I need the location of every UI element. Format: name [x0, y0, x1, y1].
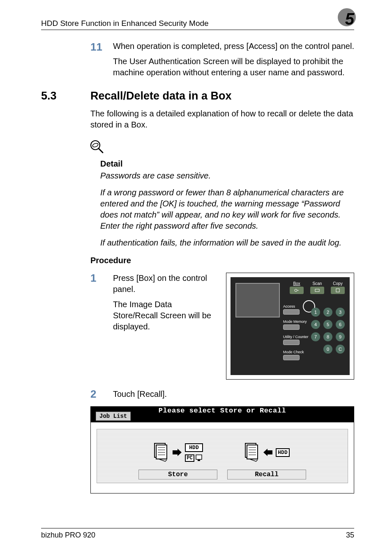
step-line: When operation is completed, press [Acce… [113, 41, 354, 52]
mode-check-group: Mode Check [283, 350, 309, 360]
detail-paragraph: If a wrong password or fewer than 8 alph… [100, 187, 354, 232]
touchscreen-header: Job List Please select Store or Recall [91, 407, 354, 422]
svg-rect-14 [196, 455, 202, 459]
panel-screen [235, 283, 280, 317]
copy-icon [331, 287, 345, 294]
content-area: 11 When operation is completed, press [A… [90, 41, 354, 493]
recall-option[interactable]: HDD Recall [227, 437, 306, 480]
step-number: 1 [90, 273, 113, 380]
footer-model: bizhub PRO 920 [41, 531, 95, 540]
magnifier-icon [89, 139, 354, 157]
step-text: When operation is completed, press [Acce… [113, 41, 354, 78]
detail-heading: Detail [100, 159, 354, 169]
step-number: 11 [90, 41, 113, 78]
step-line: The User Authentication Screen will be d… [113, 56, 354, 78]
step-subtext: The Image Data Store/Recall Screen will … [113, 299, 217, 332]
step-text: Touch [Recall]. [113, 389, 167, 400]
arrow-left-icon [263, 449, 272, 456]
keypad-key[interactable]: 4 [311, 320, 320, 329]
tab-label: Copy [333, 281, 342, 286]
svg-point-3 [295, 289, 297, 292]
panel-labels: Access Mode Memory Utility / Counter [283, 304, 309, 365]
svg-line-2 [99, 148, 103, 153]
tab-copy[interactable]: Copy [331, 281, 345, 294]
utility-counter-group: Utility / Counter [283, 335, 309, 345]
step-11: 11 When operation is completed, press [A… [90, 41, 354, 78]
scan-icon [310, 287, 324, 294]
manual-page: HDD Store Function in Enhanced Security … [0, 0, 392, 556]
mode-memory-label: Mode Memory [283, 320, 307, 324]
recall-button-label: Recall [227, 470, 306, 480]
panel-tabs: Box Scan Copy [286, 281, 345, 294]
header-title: HDD Store Function in Enhanced Security … [41, 19, 209, 28]
svg-rect-15 [198, 460, 200, 461]
tab-box[interactable]: Box [290, 281, 304, 294]
detail-block: Detail Passwords are case sensitive. If … [100, 159, 354, 248]
keypad-key[interactable]: 1 [311, 308, 320, 317]
keypad-key[interactable]: 6 [336, 320, 345, 329]
keypad-key[interactable]: 8 [323, 332, 332, 341]
svg-marker-22 [263, 449, 272, 456]
svg-rect-6 [336, 289, 339, 292]
page-footer: bizhub PRO 920 35 [41, 528, 354, 540]
tab-label: Scan [313, 281, 322, 286]
svg-rect-8 [156, 445, 167, 459]
footer-page-number: 35 [346, 531, 354, 540]
keypad-key[interactable]: 0 [323, 345, 332, 354]
access-label: Access [283, 304, 295, 308]
keypad-key[interactable]: 9 [336, 332, 345, 341]
utility-counter-button[interactable] [283, 340, 300, 345]
chapter-number: 5 [345, 10, 354, 28]
step-text: Press [Box] on the control panel. [113, 273, 217, 295]
chapter-badge: 5 [339, 12, 354, 28]
svg-rect-5 [315, 289, 319, 292]
keypad-key[interactable]: 5 [323, 320, 332, 329]
section-title: Recall/Delete data in a Box [90, 90, 232, 102]
hdd-label: HDD [276, 448, 289, 457]
touchscreen-title: Please select Store or Recall [159, 407, 286, 415]
access-button-group: Access [283, 304, 309, 315]
svg-rect-17 [247, 445, 258, 459]
procedure-heading: Procedure [90, 256, 354, 265]
section-number: 5.3 [41, 90, 90, 102]
numeric-keypad: 1 2 3 4 5 6 7 8 9 0 C [311, 308, 345, 354]
mode-check-label: Mode Check [283, 350, 304, 354]
pc-label: PC [185, 454, 194, 462]
box-icon [290, 287, 304, 294]
store-option[interactable]: HDD PC Store [138, 437, 217, 480]
section-intro: The following is a detailed explanation … [90, 108, 354, 130]
detail-paragraph: If authentication fails, the information… [100, 237, 354, 248]
section-heading: 5.3 Recall/Delete data in a Box [41, 90, 354, 102]
svg-marker-13 [173, 449, 182, 456]
page-header: HDD Store Function in Enhanced Security … [41, 12, 354, 30]
recall-icon: HDD [227, 437, 306, 468]
mode-check-button[interactable] [283, 355, 300, 360]
utility-counter-label: Utility / Counter [283, 335, 309, 339]
store-button-label: Store [138, 470, 217, 480]
arrow-right-icon [173, 449, 182, 456]
tab-scan[interactable]: Scan [310, 281, 324, 294]
keypad-key[interactable]: 7 [311, 332, 320, 341]
control-panel-figure: Box Scan Copy [226, 273, 354, 380]
job-list-button[interactable]: Job List [96, 412, 131, 421]
monitor-icon [196, 454, 203, 462]
hdd-label: HDD [185, 443, 203, 452]
mode-memory-button[interactable] [283, 324, 300, 330]
procedure-step-2: 2 Touch [Recall]. [90, 389, 354, 400]
touchscreen-options: HDD PC Store [97, 429, 348, 483]
step-text-column: Press [Box] on the control panel. The Im… [113, 273, 217, 332]
access-button[interactable] [283, 309, 300, 315]
mode-memory-group: Mode Memory [283, 320, 309, 330]
keypad-key[interactable]: 2 [323, 308, 332, 317]
detail-paragraph: Passwords are case sensitive. [100, 170, 354, 181]
keypad-key-clear[interactable]: C [336, 345, 345, 354]
store-icon: HDD PC [138, 437, 217, 468]
touchscreen-figure: Job List Please select Store or Recall H… [90, 406, 354, 493]
keypad-key[interactable]: 3 [336, 308, 345, 317]
step-number: 2 [90, 389, 113, 400]
tab-label: Box [293, 281, 300, 286]
svg-point-1 [92, 143, 99, 148]
procedure-step-1: 1 Press [Box] on the control panel. The … [90, 273, 354, 380]
